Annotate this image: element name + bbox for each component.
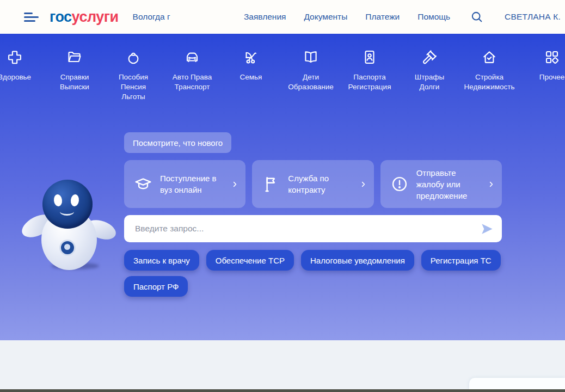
- card-vuz-online[interactable]: Поступление в вуз онлайн: [124, 160, 245, 208]
- category-label: Пособия Пенсия Льготы: [119, 72, 148, 101]
- gavel-icon: [421, 49, 438, 65]
- nav-zayavleniya[interactable]: Заявления: [244, 12, 286, 22]
- grid-icon: [544, 49, 560, 65]
- logo-text-blue: гос: [50, 9, 72, 25]
- content-below-banner: [0, 340, 565, 389]
- mascot-head: [42, 180, 93, 229]
- category-prochee[interactable]: Прочее: [516, 49, 565, 82]
- gosuslugi-logo[interactable]: госуслуги: [50, 9, 119, 26]
- promo-cards: Поступление в вуз онлайн Служба по контр…: [124, 160, 502, 208]
- mascot-eye: [70, 194, 79, 206]
- bottom-right-panel: [469, 378, 565, 389]
- chevron-right-icon: [487, 180, 495, 188]
- card-title: Служба по контракту: [288, 173, 351, 195]
- category-label: Авто Права Транспорт: [173, 72, 212, 92]
- graduation-cap-icon: [134, 175, 152, 193]
- nav-pomosch[interactable]: Помощь: [417, 12, 450, 22]
- mascot-eye: [53, 194, 63, 206]
- health-cross-icon: [7, 49, 23, 65]
- chip-pasport-rf[interactable]: Паспорт РФ: [124, 276, 188, 297]
- category-label: Здоровье: [0, 72, 31, 82]
- category-label: Стройка Недвижимость: [464, 72, 515, 92]
- chip-obespechenie-tsr[interactable]: Обеспечение ТСР: [206, 250, 294, 271]
- car-icon: [184, 49, 200, 65]
- menu-icon[interactable]: [24, 13, 39, 22]
- whats-new-button[interactable]: Посмотрите, что нового: [124, 132, 231, 153]
- mascot-chest-button: [59, 240, 76, 256]
- card-title: Отправьте жалобу или предложение: [416, 167, 480, 201]
- purse-icon: [125, 49, 142, 65]
- exclamation-circle-icon: [390, 175, 409, 193]
- chevron-right-icon: [231, 180, 239, 188]
- chip-nalogovye-uvedomleniya[interactable]: Налоговые уведомления: [301, 250, 414, 271]
- robot-max-mascot: [21, 177, 113, 271]
- user-menu[interactable]: СВЕТЛАНА К.: [505, 12, 561, 22]
- mascot-smile: [60, 206, 74, 216]
- main-banner: Здоровье Справки Выписки Пособия Пенсия …: [0, 34, 565, 340]
- assistant-search-bar: [124, 215, 502, 242]
- category-label: Дети Образование: [288, 72, 334, 92]
- open-book-icon: [303, 49, 319, 65]
- card-zhaloba-predlozhenie[interactable]: Отправьте жалобу или предложение: [380, 160, 502, 208]
- top-header: госуслуги Вологда г Заявления Документы …: [0, 0, 565, 34]
- card-title: Поступление в вуз онлайн: [160, 173, 223, 195]
- nav-dokumenty[interactable]: Документы: [304, 12, 347, 22]
- gosuslugi-home-page: госуслуги Вологда г Заявления Документы …: [0, 0, 565, 392]
- location-selector[interactable]: Вологда г: [133, 12, 170, 22]
- suggestion-chips-row-2: Паспорт РФ: [124, 276, 188, 297]
- folder-open-icon: [66, 49, 83, 65]
- house-check-icon: [481, 49, 498, 65]
- stroller-icon: [243, 49, 259, 65]
- category-label: Справки Выписки: [60, 72, 89, 92]
- send-arrow-icon[interactable]: [480, 222, 494, 236]
- chip-registratsiya-ts[interactable]: Регистрация ТС: [421, 250, 501, 271]
- category-stroyka[interactable]: Стройка Недвижимость: [453, 49, 525, 92]
- passport-icon: [361, 49, 378, 65]
- category-label: Прочее: [539, 72, 564, 82]
- nav-platezhi[interactable]: Платежи: [365, 12, 400, 22]
- chevron-right-icon: [359, 180, 367, 188]
- assistant-query-input[interactable]: [134, 223, 480, 234]
- category-label: Штрафы Долги: [415, 72, 444, 92]
- bottom-bar: [0, 389, 565, 392]
- category-label: Паспорта Регистрация: [348, 72, 391, 92]
- category-label: Семья: [240, 72, 262, 82]
- logo-text-red: услуги: [72, 9, 119, 25]
- suggestion-chips-row-1: Запись к врачу Обеспечение ТСР Налоговые…: [124, 250, 501, 271]
- chip-zapis-k-vrachu[interactable]: Запись к врачу: [124, 250, 199, 271]
- search-icon[interactable]: [470, 10, 484, 24]
- card-sluzhba-po-kontraktu[interactable]: Служба по контракту: [252, 160, 373, 208]
- header-nav: Заявления Документы Платежи Помощь: [244, 12, 450, 22]
- flag-icon: [262, 175, 280, 193]
